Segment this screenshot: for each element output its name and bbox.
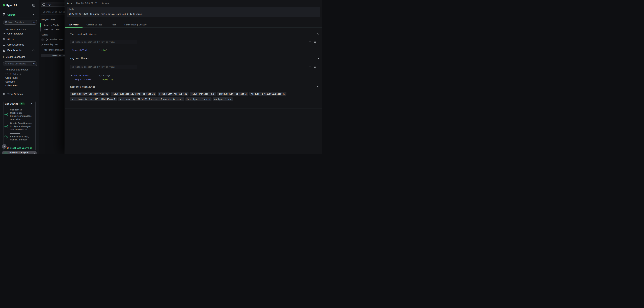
gear-icon[interactable]	[314, 41, 317, 43]
filters-label: Filters	[40, 34, 48, 36]
resource-chip[interactable]: host.image.id: ami-0f5fcdfbd140e4ab7	[70, 97, 117, 101]
section-title-top-level: Top Level Attributes	[70, 33, 96, 35]
wrap-lines-icon[interactable]	[308, 66, 311, 68]
no-saved-dashboards-note: No saved dashboards	[6, 68, 28, 71]
attribute-value[interactable]: "dpkg.log"	[102, 78, 114, 81]
body-label: Body	[69, 8, 318, 10]
shortcut-badge: ⌘K	[32, 62, 36, 65]
collapse-section-icon[interactable]	[317, 86, 319, 87]
resource-chip[interactable]: host.name: ip-172-31-12-5.us-east-2.comp…	[118, 97, 184, 101]
resource-chip[interactable]: cloud.platform: aws_ec2	[158, 92, 188, 96]
tab-trace[interactable]: Trace	[106, 22, 120, 27]
sidebar-item-kubernetes[interactable]: Kubernetes	[5, 84, 18, 87]
logo-row: HyperDX	[3, 4, 35, 6]
get-started-item-texts: Add Data Start sending logs, metrics, or…	[10, 132, 33, 142]
bell-icon	[3, 38, 5, 40]
saved-dashboards-input[interactable]: Saved Dashboards ⌘K	[3, 61, 38, 66]
attribute-key[interactable]: log.file.name	[75, 78, 102, 81]
get-started-item-desc: Start sending logs, metrics, or traces	[10, 135, 33, 142]
attribute-row-log-file-name[interactable]: log.file.name "dpkg.log"	[75, 78, 114, 81]
filter-group-label: ResourceSchemaUrl	[44, 49, 64, 51]
top-level-search-input[interactable]: Search properties by key or value	[70, 40, 137, 44]
sidebar-item-client-sessions[interactable]: Client Sessions	[0, 42, 39, 47]
tab-overview[interactable]: Overview	[65, 22, 82, 27]
tab-surrounding-context[interactable]: Surrounding Context	[120, 22, 152, 27]
section-title-resource-attributes: Resource Attributes	[70, 86, 95, 88]
resource-attribute-chips: cloud.account.id: 244449518788 cloud.ava…	[70, 92, 319, 101]
brand-title: HyperDX	[6, 4, 17, 7]
caret-down-icon[interactable]	[71, 75, 72, 76]
mode-results-table[interactable]: Results Table	[40, 23, 60, 27]
log-attributes-row-icons	[308, 66, 317, 68]
attribute-key[interactable]: LogAttributes	[72, 74, 99, 77]
collapse-section-icon[interactable]	[317, 57, 319, 59]
presets-label: PRESETS	[10, 73, 21, 75]
sidebar-item-clickhouse[interactable]: ClickHouse	[5, 76, 18, 79]
analysis-mode-list: Results Table Event Patterns	[40, 23, 60, 31]
sidebar-item-chart-explorer[interactable]: Chart Explorer	[0, 31, 39, 36]
tab-column-values[interactable]: Column Values	[82, 22, 106, 27]
get-started-item-sources[interactable]: Create Data Sources Configure where your…	[4, 122, 34, 131]
shortcut-badge: ⌘K	[32, 21, 36, 24]
wrap-lines-icon[interactable]	[308, 41, 311, 43]
resource-chip[interactable]: cloud.provider: aws	[190, 92, 216, 96]
user-menu[interactable]: D dominic.tran@clic... dominic.tran@clic…	[2, 151, 36, 154]
resource-chip[interactable]: cloud.availability_zone: us-east-2a	[111, 92, 156, 96]
mode-event-patterns[interactable]: Event Patterns	[40, 27, 60, 32]
plus-icon: +	[3, 55, 4, 58]
chevron-up-icon	[32, 14, 34, 15]
value-quote: "	[106, 49, 107, 51]
sidebar-item-team-settings[interactable]: Team Settings	[0, 92, 39, 97]
sidebar-item-dashboards[interactable]: Dashboards	[0, 47, 39, 53]
collapse-section-icon[interactable]	[317, 33, 319, 35]
get-started-item-texts: Create Data Sources Configure where your…	[10, 122, 34, 131]
sidebar: HyperDX Search Saved Searches ⌘K No save…	[0, 0, 39, 154]
get-started-item-title: Create Data Sources	[10, 122, 34, 125]
sidebar-item-search[interactable]: Search	[0, 12, 39, 17]
presets-toggle[interactable]: PRESETS	[6, 73, 21, 75]
value-quote: "	[113, 78, 115, 81]
severity-text: info	[67, 2, 72, 4]
sidebar-item-alerts[interactable]: Alerts	[0, 37, 39, 42]
search-events-placeholder: Search your events	[43, 10, 66, 13]
filter-group-severitytext[interactable]: SeverityText	[42, 43, 58, 46]
get-started-item-title: Connect to ClickHouse	[10, 108, 28, 115]
resource-chip[interactable]: host.type: t2.micro	[186, 97, 212, 101]
collapse-sidebar-icon[interactable]	[32, 4, 35, 6]
user-texts: dominic.tran@clic... dominic.tran@clickh…	[10, 151, 31, 154]
sidebar-item-services[interactable]: Services	[5, 80, 15, 83]
saved-searches-input[interactable]: Saved Searches ⌘K	[3, 20, 38, 25]
get-started-item-connect[interactable]: Connect to ClickHouse Set up your databa…	[4, 108, 34, 121]
filter-group-resourceschemaurl[interactable]: ResourceSchemaUrl	[42, 49, 64, 51]
sidebar-item-label: Client Sessions	[8, 43, 24, 46]
help-button[interactable]: ?	[2, 144, 6, 149]
search-icon	[72, 66, 74, 68]
resource-chip[interactable]: cloud.account.id: 244449518788	[70, 92, 110, 96]
resource-chip[interactable]: cloud.region: us-east-2	[217, 92, 248, 96]
search-icon	[5, 21, 8, 23]
gear-icon[interactable]	[314, 66, 317, 68]
resource-chip[interactable]: host.id: i-0510b81275acbe4d5	[250, 92, 286, 96]
attribute-tree-root[interactable]: LogAttributes {} 1 keys	[71, 74, 110, 77]
create-dashboard-button[interactable]: + Create Dashboard	[3, 55, 25, 58]
get-started-card: Get Started 3/3 Connect to ClickHouse Se…	[4, 101, 36, 151]
check-circle-icon	[4, 113, 8, 116]
get-started-item-add-data[interactable]: Add Data Start sending logs, metrics, or…	[4, 132, 34, 142]
help-question-mark: ?	[4, 145, 5, 148]
log-attributes-search-input[interactable]: Search properties by key or value	[70, 65, 137, 69]
attribute-value[interactable]: "info"	[99, 49, 107, 51]
filter-group-label: SeverityText	[44, 43, 58, 46]
attribute-row-severitytext[interactable]: SeverityText "info"	[72, 49, 107, 51]
chevron-up-icon[interactable]	[30, 103, 32, 104]
search-icon	[5, 63, 8, 65]
denoise-checkbox[interactable]	[42, 38, 44, 41]
attribute-key[interactable]: SeverityText	[72, 49, 99, 51]
denoise-results-toggle[interactable]: Denoise Results	[42, 38, 67, 41]
check-icon	[5, 126, 7, 127]
check-circle-icon	[4, 125, 8, 128]
keys-count: 1 keys	[103, 74, 110, 77]
source-selector-label: Logs	[46, 3, 52, 5]
chevron-right-icon	[42, 43, 43, 46]
user-name: dominic.tran@clic...	[10, 151, 31, 154]
resource-chip[interactable]: os.type: linux	[213, 97, 233, 101]
